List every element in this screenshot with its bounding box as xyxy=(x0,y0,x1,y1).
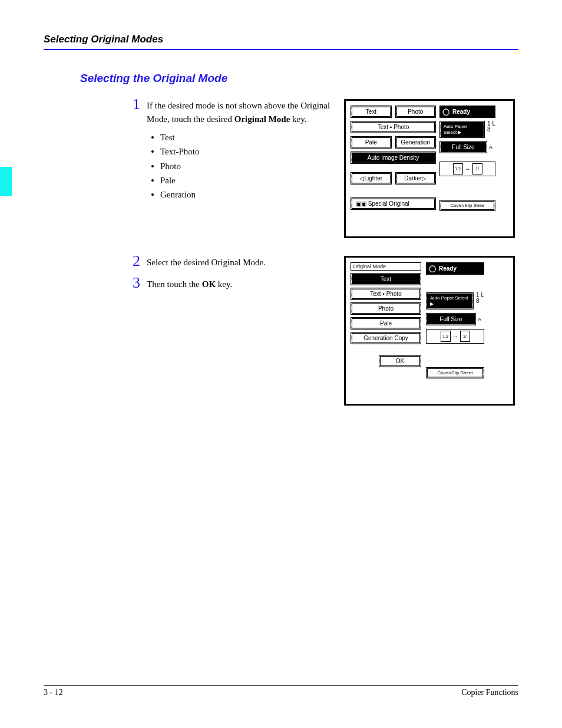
ready-indicator: Ready xyxy=(439,106,495,118)
duplex-button[interactable]: 1 2→1/ xyxy=(439,162,495,176)
control-panel-2: Original Mode Text Text ▪ Photo Photo Pa… xyxy=(344,256,515,406)
step-number-3: 3 xyxy=(133,274,140,292)
section-title: Selecting the Original Mode xyxy=(80,72,518,85)
text-photo-button[interactable]: Text ▪ Photo xyxy=(352,289,420,299)
text-button[interactable]: Text xyxy=(352,107,391,117)
step-number-2: 2 xyxy=(133,252,140,270)
auto-paper-select-button[interactable]: Auto Paper Select ▶ xyxy=(427,294,472,308)
cover-slip-button[interactable]: Cover/Slip Shee xyxy=(441,201,494,210)
a-label: A xyxy=(489,141,495,153)
control-panel-1: Text Photo Text ▪ Photo Pale Generation … xyxy=(344,99,515,238)
list-item: Test xyxy=(151,130,333,144)
list-item: Genration xyxy=(151,187,333,202)
list-item: Text-Photo xyxy=(151,144,333,159)
header-rule xyxy=(44,49,518,50)
special-original-button[interactable]: ▣▣ Special Original xyxy=(352,199,435,209)
pale-button[interactable]: Pale xyxy=(352,318,420,328)
list-item: Pale xyxy=(151,173,333,187)
ready-indicator: Ready xyxy=(426,262,484,275)
original-mode-label: Original Mode xyxy=(351,262,421,271)
photo-button[interactable]: Photo xyxy=(396,107,435,117)
lighter-button[interactable]: ◁Lighter xyxy=(352,173,391,183)
a-label: A xyxy=(478,313,484,325)
section-tab xyxy=(0,167,12,196)
generation-button[interactable]: Generation xyxy=(396,137,435,147)
paper-slot-info: 1 L8 xyxy=(487,121,495,138)
duplex-button[interactable]: 1 2→1/ xyxy=(426,329,484,344)
page-number: 3 - 12 xyxy=(44,688,63,697)
step-1-text: If the desired mode is not shown above t… xyxy=(147,99,333,126)
darker-button[interactable]: Darker▷ xyxy=(396,173,435,183)
list-item: Photo xyxy=(151,159,333,173)
text-button[interactable]: Text xyxy=(352,274,420,284)
ok-button[interactable]: OK xyxy=(380,356,420,366)
running-head: Selecting Original Modes xyxy=(44,34,518,48)
auto-image-density-button[interactable]: Auto Image Density xyxy=(352,153,435,163)
step-number-1: 1 xyxy=(133,95,140,113)
full-size-button[interactable]: Full Size xyxy=(441,142,486,152)
cover-slip-button[interactable]: Cover/Slip Sheet xyxy=(427,368,483,377)
paper-slot-info: 1 L8 xyxy=(475,292,484,309)
chapter-name: Copier Functions xyxy=(461,688,518,697)
generation-copy-button[interactable]: Generation Copy xyxy=(352,333,420,343)
text-photo-button[interactable]: Text ▪ Photo xyxy=(352,122,435,132)
auto-paper-select-button[interactable]: Auto Paper Select ▶ xyxy=(441,122,484,137)
photo-button[interactable]: Photo xyxy=(352,304,420,314)
step-2-text: Select the desired Original Mode. xyxy=(147,256,333,269)
full-size-button[interactable]: Full Size xyxy=(427,314,475,324)
step-3-text: Then touch the OK key. xyxy=(147,278,333,291)
pale-button[interactable]: Pale xyxy=(352,137,391,147)
